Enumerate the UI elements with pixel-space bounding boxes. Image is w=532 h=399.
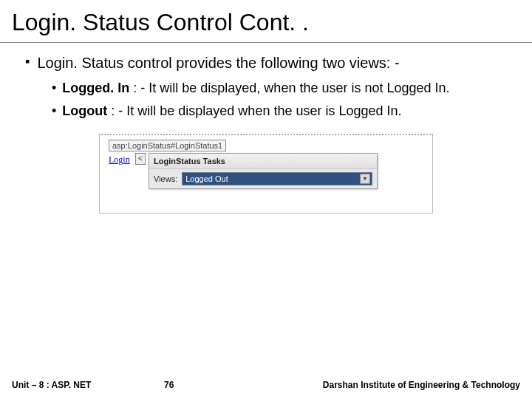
footer-right: Darshan Institute of Engineering & Techn… [323, 380, 520, 390]
slide-content: ▪ Login. Status control provides the fol… [0, 43, 532, 214]
bullet-text: Logout : - It will be displayed when the… [62, 103, 401, 120]
footer-left: Unit – 8 : ASP. NET [12, 380, 91, 390]
bold-term: Logout [62, 103, 107, 118]
views-row: Views: Logged Out ▼ [149, 169, 377, 188]
bullet-main: ▪ Login. Status control provides the fol… [25, 53, 507, 72]
bullet-sub-2: • Logout : - It will be displayed when t… [52, 103, 507, 120]
tasks-panel-title: LoginStatus Tasks [149, 154, 377, 169]
bullet-text: Login. Status control provides the follo… [37, 53, 399, 72]
footer-page-number: 76 [164, 380, 174, 390]
slide-footer: Unit – 8 : ASP. NET 76 Darshan Institute… [0, 380, 532, 390]
bullet-rest: : - It will be displayed when the user i… [107, 103, 401, 118]
login-link[interactable]: Login [109, 154, 130, 166]
tasks-panel: LoginStatus Tasks Views: Logged Out ▼ [149, 153, 378, 189]
views-label: Views: [154, 174, 177, 183]
bullet-marker: • [52, 80, 56, 97]
views-dropdown-value: Logged Out [185, 174, 228, 183]
designer-screenshot: asp:LoginStatus#LoginStatus1 Login < Log… [99, 134, 433, 214]
bullet-rest: : - It will be displayed, when the user … [129, 81, 449, 95]
bold-term: Logged. In [62, 81, 129, 95]
slide-title: Login. Status Control Cont. . [0, 0, 532, 43]
control-tag-label: asp:LoginStatus#LoginStatus1 [109, 140, 226, 151]
chevron-down-icon[interactable]: ▼ [360, 174, 370, 184]
bullet-text: Logged. In : - It will be displayed, whe… [62, 80, 449, 97]
bullet-sub-1: • Logged. In : - It will be displayed, w… [52, 80, 507, 97]
views-dropdown[interactable]: Logged Out ▼ [182, 172, 372, 185]
bullet-marker: ▪ [25, 53, 30, 70]
bullet-marker: • [52, 103, 56, 120]
smart-tag-button[interactable]: < [135, 153, 146, 165]
